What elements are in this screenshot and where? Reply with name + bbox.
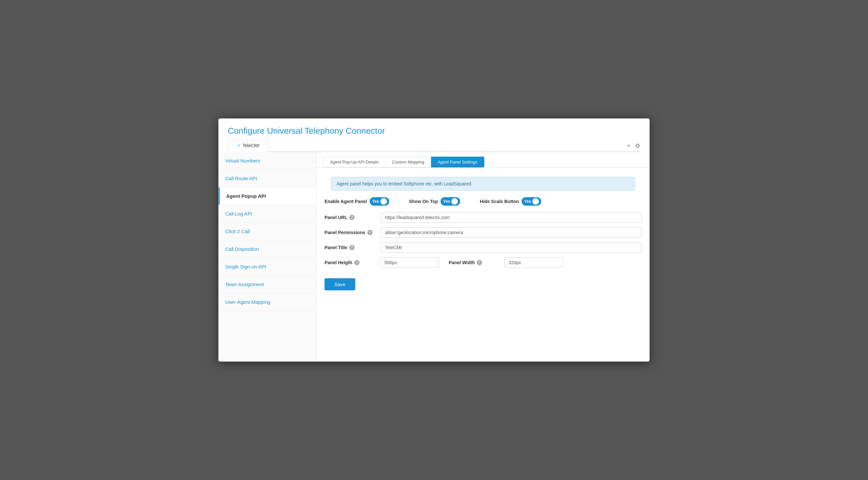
tab-actions: + ⚙ bbox=[627, 142, 640, 151]
show-on-top-group: Show On Top Yes bbox=[409, 197, 460, 206]
window-header: Configure Universal Telephony Connector … bbox=[219, 119, 649, 152]
save-row: Save bbox=[324, 272, 642, 290]
sidebar: Virtual NumbersCall Route APIAgent Popup… bbox=[219, 152, 317, 361]
sidebar-item-call-route-api[interactable]: Call Route API bbox=[219, 170, 316, 187]
panel-permissions-label: Panel Permissions ? bbox=[324, 230, 377, 235]
panel-title-input[interactable] bbox=[381, 242, 642, 253]
panel-url-row: Panel URL ? bbox=[324, 212, 642, 223]
hide-scale-button-group: Hide Scale Button Yes bbox=[480, 197, 541, 206]
panel-width-label: Panel Width ? bbox=[449, 260, 501, 265]
main-window: Configure Universal Telephony Connector … bbox=[218, 118, 650, 362]
top-tab-agent-popup[interactable]: Agent Pop-Up API Details bbox=[323, 157, 385, 168]
panel-url-label: Panel URL ? bbox=[324, 215, 377, 220]
form-section: Agent panel helps you to embed Softphone… bbox=[317, 168, 649, 294]
content-area: Virtual NumbersCall Route APIAgent Popup… bbox=[219, 152, 649, 361]
show-on-top-toggle[interactable]: Yes bbox=[440, 197, 460, 206]
top-tab-agent-panel[interactable]: Agent Panel Settings bbox=[431, 157, 484, 168]
show-on-top-label: Show On Top bbox=[409, 199, 438, 204]
sidebar-item-agent-popup-api[interactable]: Agent Popup API bbox=[219, 187, 316, 205]
telecmi-tab[interactable]: ✓TeleCMI bbox=[228, 140, 269, 152]
panel-title-label: Panel Title ? bbox=[324, 245, 377, 250]
enable-agent-panel-toggle[interactable]: Yes bbox=[370, 197, 389, 206]
panel-width-input[interactable] bbox=[504, 257, 563, 268]
panel-title-row: Panel Title ? bbox=[324, 242, 642, 253]
hide-scale-button-circle bbox=[532, 198, 539, 205]
panel-height-label: Panel Heigth ? bbox=[324, 260, 377, 265]
panel-height-group: Panel Heigth ? bbox=[324, 257, 439, 268]
panel-size-row: Panel Heigth ? Panel Width ? bbox=[324, 257, 642, 268]
sidebar-item-call-log-api[interactable]: Call Log API bbox=[219, 205, 316, 223]
tab-bar: ✓TeleCMI + ⚙ bbox=[228, 140, 640, 152]
panel-height-help-icon[interactable]: ? bbox=[354, 260, 360, 265]
settings-button[interactable]: ⚙ bbox=[635, 142, 640, 149]
toggle-row: Enable Agent Panel Yes Show On Top Yes bbox=[324, 195, 642, 208]
hide-scale-button-label: Hide Scale Button bbox=[480, 199, 519, 204]
tab-check-icon: ✓ bbox=[237, 143, 241, 148]
sidebar-item-call-disposition[interactable]: Call Disposition bbox=[219, 240, 316, 258]
hide-scale-button-value: Yes bbox=[524, 199, 531, 204]
panel-permissions-row: Panel Permissions ? bbox=[324, 227, 642, 238]
sidebar-item-user-agent-mapping[interactable]: User-Agent Mapping bbox=[219, 293, 316, 311]
sidebar-item-click-2-call[interactable]: Click 2 Call bbox=[219, 223, 316, 240]
enable-agent-panel-circle bbox=[380, 198, 387, 205]
page-title: Configure Universal Telephony Connector bbox=[228, 126, 640, 136]
enable-agent-panel-value: Yes bbox=[372, 199, 379, 204]
sidebar-item-single-sign-on[interactable]: Single Sign-on API bbox=[219, 258, 316, 276]
add-tab-button[interactable]: + bbox=[627, 143, 630, 149]
panel-width-group: Panel Width ? bbox=[449, 257, 563, 268]
main-content: Agent Pop-Up API DetailsCustom MappingAg… bbox=[317, 152, 649, 361]
enable-agent-panel-group: Enable Agent Panel Yes bbox=[324, 197, 389, 206]
panel-url-help-icon[interactable]: ? bbox=[349, 215, 354, 220]
panel-height-input[interactable] bbox=[380, 257, 439, 268]
hide-scale-button-toggle[interactable]: Yes bbox=[522, 197, 541, 206]
show-on-top-value: Yes bbox=[443, 199, 450, 204]
panel-permissions-help-icon[interactable]: ? bbox=[367, 230, 373, 235]
save-button[interactable]: Save bbox=[324, 278, 355, 290]
panel-permissions-input[interactable] bbox=[381, 227, 642, 238]
panel-url-input[interactable] bbox=[381, 212, 642, 223]
panel-title-help-icon[interactable]: ? bbox=[349, 245, 354, 250]
info-banner: Agent panel helps you to embed Softphone… bbox=[331, 177, 635, 191]
top-tabs: Agent Pop-Up API DetailsCustom MappingAg… bbox=[317, 152, 649, 168]
show-on-top-circle bbox=[451, 198, 458, 205]
enable-agent-panel-label: Enable Agent Panel bbox=[324, 199, 367, 204]
panel-width-help-icon[interactable]: ? bbox=[477, 260, 482, 265]
top-tab-custom-mapping[interactable]: Custom Mapping bbox=[385, 157, 431, 168]
sidebar-item-virtual-numbers[interactable]: Virtual Numbers bbox=[219, 152, 316, 170]
sidebar-item-team-assignment[interactable]: Team Assignment bbox=[219, 276, 316, 293]
